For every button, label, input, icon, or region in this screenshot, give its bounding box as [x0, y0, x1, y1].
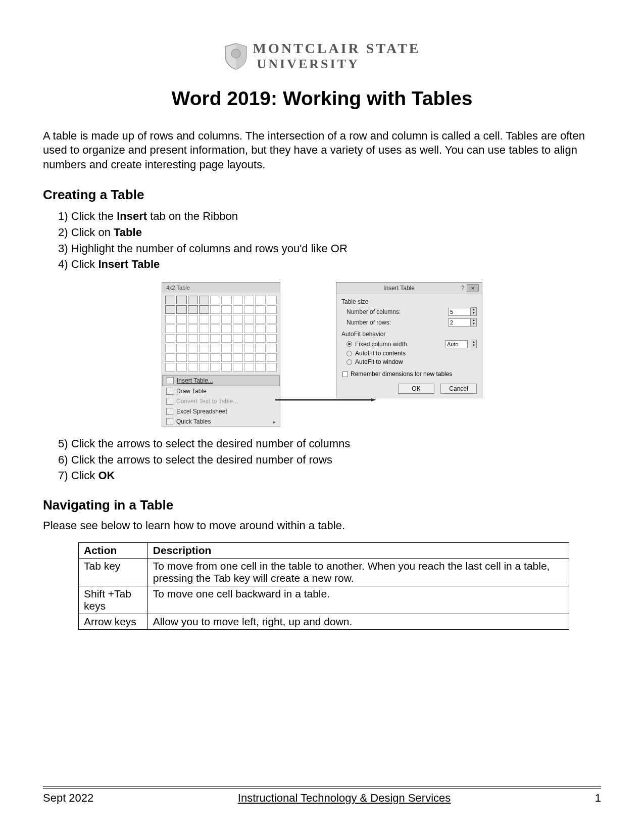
radio-fixed-width[interactable]: Fixed column width: Auto ▲▼: [346, 340, 477, 348]
step-6: 6) Click the arrows to select the desire…: [58, 452, 601, 468]
menu-excel-spreadsheet[interactable]: Excel Spreadsheet: [162, 406, 280, 416]
section-table-size: Table size: [341, 298, 477, 305]
navigation-table: Action Description Tab key To move from …: [78, 542, 569, 630]
rows-spinner[interactable]: ▲▼: [471, 318, 477, 327]
table-row: Shift +Tab keys To move one cell backwar…: [79, 586, 569, 614]
ok-button[interactable]: OK: [398, 384, 434, 394]
page-footer: Sept 2022 Instructional Technology & Des…: [43, 786, 601, 805]
svg-marker-2: [371, 398, 376, 401]
menu-quick-tables[interactable]: Quick Tables▸: [162, 416, 280, 427]
radio-autofit-window[interactable]: AutoFit to window: [346, 358, 477, 365]
columns-label: Number of columns:: [346, 308, 448, 315]
page-number: 1: [595, 792, 601, 805]
step-3: 3) Highlight the number of columns and r…: [58, 241, 601, 256]
dropdown-header: 4x2 Table: [162, 283, 280, 293]
logo-line-2: UNIVERSITY: [257, 57, 420, 72]
radio-icon: [346, 351, 352, 356]
radio-icon: [346, 341, 352, 347]
fixed-width-input[interactable]: Auto: [445, 340, 468, 348]
table-header-action: Action: [79, 543, 148, 559]
section-creating-table: Creating a Table: [43, 187, 601, 203]
rows-label: Number of rows:: [346, 319, 448, 326]
menu-draw-table[interactable]: Draw Table: [162, 386, 280, 396]
table-dropdown-menu: 4x2 Table Insert Table... Draw Table Con…: [162, 282, 280, 427]
close-button[interactable]: ×: [467, 284, 479, 292]
figure-screenshots: 4x2 Table Insert Table... Draw Table Con…: [43, 282, 601, 427]
table-size-grid[interactable]: [165, 296, 277, 372]
insert-table-dialog: Insert Table ? × Table size Number of co…: [336, 282, 482, 398]
columns-input[interactable]: 5: [448, 308, 471, 316]
logo-line-1: MONTCLAIR STATE: [253, 40, 420, 57]
steps-list-1: 1) Click the Insert tab on the Ribbon 2)…: [58, 209, 601, 272]
fixed-width-spinner[interactable]: ▲▼: [471, 340, 477, 348]
section-autofit: AutoFit behavior: [341, 331, 477, 338]
table-icon: [167, 377, 174, 384]
step-5: 5) Click the arrows to select the desire…: [58, 436, 601, 451]
excel-icon: [166, 408, 173, 415]
document-title: Word 2019: Working with Tables: [43, 87, 601, 110]
table-row: Tab key To move from one cell in the tab…: [79, 559, 569, 586]
rows-input[interactable]: 2: [448, 318, 471, 327]
chevron-right-icon: ▸: [273, 419, 276, 425]
step-2: 2) Click on Table: [58, 225, 601, 240]
step-1: 1) Click the Insert tab on the Ribbon: [58, 209, 601, 224]
radio-icon: [346, 359, 352, 365]
pencil-icon: [166, 388, 173, 395]
checkbox-icon: [342, 372, 348, 377]
dialog-title: Insert Table: [339, 285, 459, 292]
help-icon[interactable]: ?: [459, 285, 467, 292]
grid-icon: [166, 418, 173, 425]
arrow-icon: [275, 398, 376, 401]
menu-insert-table[interactable]: Insert Table...: [162, 375, 280, 386]
remember-checkbox[interactable]: Remember dimensions for new tables: [342, 370, 477, 378]
intro-paragraph: A table is made up of rows and columns. …: [43, 129, 601, 172]
step-4: 4) Click Insert Table: [58, 257, 601, 272]
shield-icon: [223, 42, 249, 70]
footer-rule: [43, 786, 601, 789]
nav-intro: Please see below to learn how to move ar…: [43, 519, 601, 532]
svg-point-0: [231, 49, 240, 58]
steps-list-2: 5) Click the arrows to select the desire…: [58, 436, 601, 483]
radio-autofit-contents[interactable]: AutoFit to contents: [346, 350, 477, 357]
footer-date: Sept 2022: [43, 792, 93, 805]
university-logo: MONTCLAIR STATE UNIVERSITY: [43, 40, 601, 72]
section-navigating: Navigating in a Table: [43, 497, 601, 513]
footer-org: Instructional Technology & Design Servic…: [93, 792, 595, 805]
columns-spinner[interactable]: ▲▼: [471, 307, 477, 316]
table-header-description: Description: [147, 543, 569, 559]
cancel-button[interactable]: Cancel: [440, 384, 477, 394]
step-7: 7) Click OK: [58, 468, 601, 483]
convert-icon: [166, 398, 173, 405]
menu-convert-text: Convert Text to Table...: [162, 396, 280, 406]
table-row: Arrow keys Allow you to move left, right…: [79, 614, 569, 630]
